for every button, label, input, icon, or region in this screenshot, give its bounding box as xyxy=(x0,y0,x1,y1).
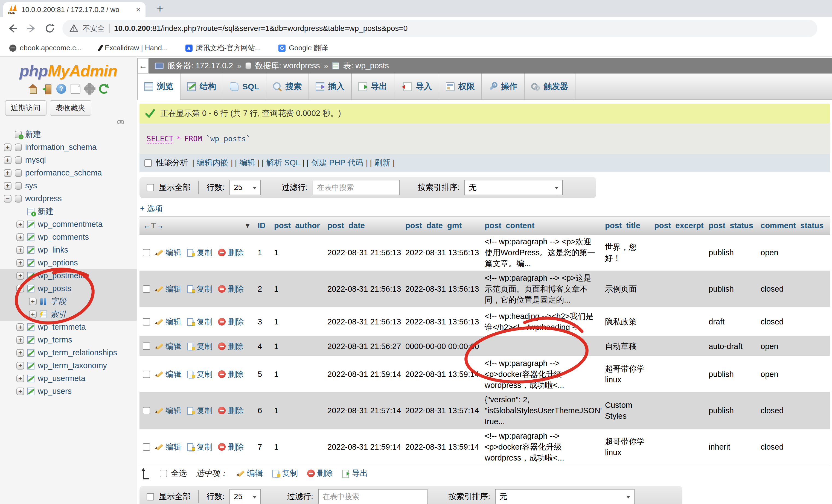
edit-link[interactable]: 编辑 xyxy=(156,441,181,452)
tree-expander-icon[interactable]: + xyxy=(17,336,24,344)
tree-expander-icon[interactable]: + xyxy=(17,323,24,331)
check-all-label[interactable]: 全选 xyxy=(171,468,187,479)
sidebar-tree-item[interactable]: + wp_usermeta xyxy=(0,372,137,385)
tab-search[interactable]: 搜索 xyxy=(266,74,309,100)
tab-browse[interactable]: 浏览 xyxy=(137,74,181,100)
column-header-post_date[interactable]: post_date xyxy=(324,217,402,234)
sidebar-tree-item[interactable]: + 字段 xyxy=(0,295,137,308)
sidebar-tree-item[interactable]: − wp_posts xyxy=(0,282,137,295)
tree-expander-icon[interactable]: + xyxy=(17,349,24,357)
sidebar-tree-item[interactable]: + wp_users xyxy=(0,385,137,398)
sidebar-tree-item[interactable]: + wp_term_relationships xyxy=(0,346,137,359)
breadcrumb-server[interactable]: 服务器: 172.17.0.2 xyxy=(167,60,233,71)
bulk-delete-link[interactable]: 删除 xyxy=(307,468,333,479)
edit-link[interactable]: 编辑 xyxy=(156,341,181,352)
rows-per-page-select[interactable]: 25 xyxy=(230,180,261,195)
sidebar-tree-item[interactable]: 新建 xyxy=(0,205,137,218)
bookmark-item[interactable]: Excalidraw | Hand... xyxy=(99,44,168,52)
tree-expander-icon[interactable]: + xyxy=(17,259,24,267)
tree-expander-icon[interactable]: + xyxy=(29,310,37,318)
query-action-link[interactable]: 解析 SQL xyxy=(266,158,300,168)
copy-link[interactable]: 复制 xyxy=(187,441,212,452)
delete-link[interactable]: 删除 xyxy=(218,369,244,380)
browser-tab[interactable]: PMA 10.0.0.200:81 / 172.17.0.2 / wo × xyxy=(3,2,146,17)
tree-expander-icon[interactable]: + xyxy=(4,156,11,164)
bulk-copy-link[interactable]: 复制 xyxy=(272,468,298,479)
favorite-tables-button[interactable]: 表收藏夹 xyxy=(50,100,92,116)
tab-import[interactable]: 导入 xyxy=(394,74,439,100)
tab-ops[interactable]: 操作 xyxy=(482,74,525,100)
options-toggle-link[interactable]: + 选项 xyxy=(140,203,163,214)
query-action-link[interactable]: 刷新 xyxy=(374,158,390,168)
breadcrumb-table[interactable]: 表: wp_posts xyxy=(343,60,389,71)
forward-icon[interactable] xyxy=(26,23,37,34)
breadcrumb-database[interactable]: 数据库: wordpress xyxy=(255,60,320,71)
phpmyadmin-logo[interactable]: phpMyAdmin xyxy=(0,61,137,80)
tab-sql[interactable]: SQL xyxy=(223,74,266,100)
query-action-link[interactable]: 创建 PHP 代码 xyxy=(311,158,363,168)
recent-tables-button[interactable]: 近期访问 xyxy=(5,100,47,116)
delete-link[interactable]: 删除 xyxy=(218,316,244,327)
tree-expander-icon[interactable]: + xyxy=(17,362,24,369)
column-header-post_author[interactable]: post_author xyxy=(271,217,324,234)
back-icon[interactable] xyxy=(7,23,18,34)
sidebar-tree-item[interactable]: + wp_comments xyxy=(0,231,137,244)
security-label[interactable]: 不安全 xyxy=(83,24,105,33)
sidebar-tree-item[interactable]: + 索引 xyxy=(0,308,137,320)
tree-expander-icon[interactable]: + xyxy=(4,169,11,177)
query-action-link[interactable]: 编辑 xyxy=(239,158,255,168)
edit-link[interactable]: 编辑 xyxy=(156,247,181,258)
sidebar-tree-item[interactable]: + wp_terms xyxy=(0,333,137,346)
bulk-export-link[interactable]: 导出 xyxy=(342,468,368,479)
new-tab-button[interactable]: + xyxy=(153,3,167,15)
tree-expander-icon[interactable]: + xyxy=(17,246,24,254)
row-checkbox[interactable] xyxy=(143,249,150,256)
edit-link[interactable]: 编辑 xyxy=(156,405,181,416)
rows-per-page-select[interactable]: 25 xyxy=(230,489,261,504)
sort-triangle-icon[interactable]: ▼ xyxy=(244,221,251,230)
column-header-comment_status[interactable]: comment_status xyxy=(757,217,830,234)
sidebar-tree-item[interactable]: + wp_term_taxonomy xyxy=(0,359,137,372)
sql-keyword-select[interactable]: SELECT xyxy=(147,135,174,143)
copy-link[interactable]: 复制 xyxy=(187,369,212,380)
show-all-checkbox[interactable] xyxy=(147,493,154,500)
delete-link[interactable]: 删除 xyxy=(218,341,244,352)
check-all-checkbox[interactable] xyxy=(160,470,167,477)
settings-gear-icon[interactable] xyxy=(85,84,95,94)
copy-link[interactable]: 复制 xyxy=(187,316,212,327)
copy-link[interactable]: 复制 xyxy=(187,405,212,416)
sidebar-tree-item[interactable]: + wp_termmeta xyxy=(0,320,137,333)
sidebar-tree-item[interactable]: + mysql xyxy=(0,153,137,166)
tree-expander-icon[interactable]: + xyxy=(29,298,37,305)
row-checkbox[interactable] xyxy=(143,342,150,350)
tab-export[interactable]: 导出 xyxy=(352,74,394,100)
refresh-icon[interactable] xyxy=(99,84,109,94)
sidebar-tree-item[interactable]: + performance_schema xyxy=(0,166,137,179)
sidebar-tree-item[interactable]: 新建 xyxy=(0,128,137,141)
show-all-checkbox[interactable] xyxy=(147,184,154,191)
tab-close-icon[interactable]: × xyxy=(136,5,140,14)
column-header-id[interactable]: ID xyxy=(254,217,271,234)
column-header-post_title[interactable]: post_title xyxy=(602,217,651,234)
tab-perms[interactable]: 权限 xyxy=(439,74,482,100)
tree-expander-icon[interactable]: + xyxy=(17,221,24,228)
tree-expander-icon[interactable]: + xyxy=(17,233,24,241)
sort-by-key-select[interactable]: 无 xyxy=(464,180,563,195)
filter-rows-input[interactable] xyxy=(318,489,427,504)
sidebar-tree-item[interactable]: + sys xyxy=(0,179,137,192)
sidebar-tree-item[interactable]: + wp_options xyxy=(0,256,137,269)
tree-expander-icon[interactable]: + xyxy=(4,182,11,190)
home-icon[interactable] xyxy=(28,84,38,94)
reload-icon[interactable] xyxy=(44,23,55,34)
tree-expander-icon[interactable]: + xyxy=(17,375,24,382)
delete-link[interactable]: 删除 xyxy=(218,405,244,416)
column-header-post_status[interactable]: post_status xyxy=(705,217,757,234)
help-icon[interactable]: ? xyxy=(56,84,66,94)
delete-link[interactable]: 删除 xyxy=(218,441,244,452)
edit-link[interactable]: 编辑 xyxy=(156,283,181,295)
url-input[interactable]: 不安全 10.0.0.200:81/index.php?route=/sql&s… xyxy=(62,20,817,37)
copy-link[interactable]: 复制 xyxy=(187,247,212,258)
column-header-post_date_gmt[interactable]: post_date_gmt xyxy=(402,217,482,234)
profiling-checkbox[interactable] xyxy=(145,159,152,167)
bookmark-item[interactable]: 腾讯文档-官方网站... xyxy=(185,43,261,53)
